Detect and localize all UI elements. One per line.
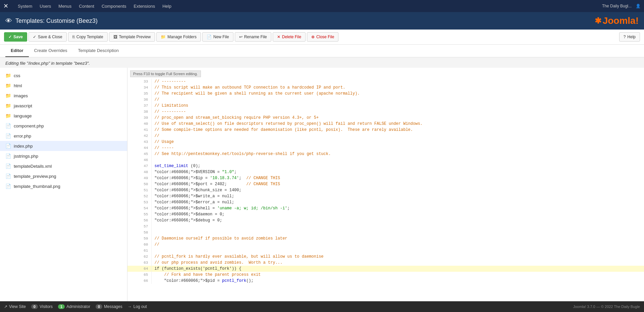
visitors-badge: 0 — [31, 304, 38, 309]
file-name: template_thumbnail.png — [14, 184, 60, 189]
table-row: 35// The recipient will be given a shell… — [127, 91, 644, 97]
line-content: "color:#660066;">$shell = 'uname -a; w; … — [152, 205, 644, 211]
table-row: 37// Limitations — [127, 103, 644, 109]
line-number: 52 — [127, 193, 152, 199]
code-editor[interactable]: 33// ----------34// This script will mak… — [127, 79, 644, 301]
manage-folders-button[interactable]: 📁 Manage Folders — [156, 32, 201, 42]
line-number: 65 — [127, 272, 152, 278]
line-content: // — [152, 242, 644, 248]
line-number: 49 — [127, 175, 152, 181]
file-item-html[interactable]: 📁html — [0, 81, 127, 91]
copy-template-button[interactable]: ⎘ Copy Template — [68, 32, 108, 42]
file-item-images[interactable]: 📁images — [0, 91, 127, 101]
line-number: 54 — [127, 205, 152, 211]
file-item-javascript[interactable]: 📁javascript — [0, 101, 127, 111]
line-content: "color:#660066;">$port = 2402; // CHANGE… — [152, 181, 644, 187]
line-content: // our php process and avoid zombies. Wo… — [152, 260, 644, 266]
file-item-template_thumbnail-png[interactable]: 📄template_thumbnail.png — [0, 181, 127, 191]
nav-users[interactable]: Users — [39, 2, 52, 10]
table-row: 55"color:#660066;">$daemon = 0; — [127, 211, 644, 217]
table-row: 60// — [127, 242, 644, 248]
table-row: 57 — [127, 223, 644, 229]
line-content: // Fork and have the parent process exit — [152, 272, 644, 278]
joomla-x-logo[interactable]: ✕ — [3, 2, 8, 10]
new-file-button[interactable]: 📄 New File — [202, 32, 233, 42]
table-row: 48"color:#660066;">$VERSION = "1.0"; — [127, 169, 644, 175]
line-content: // Daemonise ourself if possible to avoi… — [152, 236, 644, 242]
nav-help[interactable]: Help — [162, 2, 172, 10]
line-content: "color:#660066;">$daemon = 0; — [152, 211, 644, 217]
close-file-button[interactable]: ⊗ Close File — [307, 32, 338, 42]
file-item-css[interactable]: 📁css — [0, 70, 127, 81]
file-item-language[interactable]: 📁language — [0, 111, 127, 121]
table-row: 56"color:#660066;">$debug = 0; — [127, 217, 644, 223]
version-text: Joomla! 3.7.0 — © 2022 The Daily Bugle — [573, 305, 640, 309]
file-name: html — [14, 83, 22, 88]
table-row: 51"color:#660066;">$chunk_size = 1400; — [127, 187, 644, 193]
line-content: "color:#660066;">$debug = 0; — [152, 217, 644, 223]
line-content: "color:#660066;">$chunk_size = 1400; — [152, 187, 644, 193]
template-preview-button[interactable]: 🖼 Template Preview — [109, 32, 155, 42]
visitors-status[interactable]: 0 Visitors — [31, 304, 53, 309]
line-content: // proc_open and stream_set_blocking req… — [152, 115, 644, 121]
file-name: javascript — [14, 103, 32, 108]
line-content — [152, 157, 644, 163]
code-table: 33// ----------34// This script will mak… — [127, 79, 644, 284]
nav-content[interactable]: Content — [78, 2, 95, 10]
joomla-logo: ✱ Joomla! — [595, 15, 639, 26]
logout-icon: → — [128, 304, 132, 309]
external-link-icon: ↗ — [4, 304, 7, 309]
file-item-error-php[interactable]: 📄error.php — [0, 131, 127, 141]
line-number: 45 — [127, 151, 152, 157]
line-number: 36 — [127, 97, 152, 103]
line-number: 59 — [127, 236, 152, 242]
editing-label: Editing file "/index.php" in template "b… — [0, 57, 644, 68]
line-content: "color:#660066;">$VERSION = "1.0"; — [152, 169, 644, 175]
line-content — [152, 248, 644, 254]
file-item-index-php[interactable]: 📄index.php — [0, 141, 127, 151]
user-icon[interactable]: 👤 — [636, 4, 641, 8]
line-content: // — [152, 133, 644, 139]
line-number: 64 — [127, 266, 152, 272]
save-button[interactable]: ✓ Save — [4, 32, 27, 42]
delete-file-button[interactable]: ✕ Delete File — [273, 32, 306, 42]
save-close-button[interactable]: ✓ Save & Close — [29, 32, 67, 42]
line-number: 46 — [127, 157, 152, 163]
tab-create-overrides[interactable]: Create Overrides — [29, 45, 73, 57]
main-content: 📁css📁html📁images📁javascript📁language📄com… — [0, 68, 644, 301]
folder-icon: 📁 — [5, 73, 11, 78]
line-number: 66 — [127, 278, 152, 284]
line-number: 61 — [127, 248, 152, 254]
toolbar: ✓ Save ✓ Save & Close ⎘ Copy Template 🖼 … — [0, 30, 644, 45]
line-number: 63 — [127, 260, 152, 266]
save-close-icon: ✓ — [33, 35, 36, 39]
rename-file-button[interactable]: ↩ Rename File — [235, 32, 271, 42]
line-content: // ---------- — [152, 109, 644, 115]
file-item-templateDetails-xml[interactable]: 📄templateDetails.xml — [0, 161, 127, 171]
help-button[interactable]: ? Help — [619, 32, 640, 42]
line-number: 34 — [127, 85, 152, 91]
line-content: // pcntl_fork is hardly ever available, … — [152, 254, 644, 260]
new-file-icon: 📄 — [207, 35, 212, 39]
tab-template-description[interactable]: Template Description — [73, 45, 124, 57]
file-icon: 📄 — [5, 123, 11, 128]
messages-status[interactable]: 0 Messages — [96, 304, 122, 309]
view-site-link[interactable]: ↗ View Site — [4, 304, 26, 309]
file-item-component-php[interactable]: 📄component.php — [0, 121, 127, 131]
table-row: 54"color:#660066;">$shell = 'uname -a; w… — [127, 205, 644, 211]
nav-extensions[interactable]: Extensions — [133, 2, 156, 10]
line-content: set_time_limit (0); — [152, 163, 644, 169]
tab-editor[interactable]: Editor — [5, 45, 29, 57]
nav-components[interactable]: Components — [101, 2, 127, 10]
delete-icon: ✕ — [277, 35, 280, 39]
file-item-jsstrings-php[interactable]: 📄jsstrings.php — [0, 151, 127, 161]
nav-menus[interactable]: Menus — [58, 2, 72, 10]
line-content: // This script will make an outbound TCP… — [152, 85, 644, 91]
admin-status[interactable]: 1 Administrator — [58, 304, 90, 309]
messages-badge: 0 — [96, 304, 102, 309]
nav-system[interactable]: System — [17, 2, 33, 10]
logout-link[interactable]: → Log out — [128, 304, 147, 309]
file-item-template_preview-png[interactable]: 📄template_preview.png — [0, 171, 127, 181]
line-number: 40 — [127, 121, 152, 127]
line-number: 60 — [127, 242, 152, 248]
